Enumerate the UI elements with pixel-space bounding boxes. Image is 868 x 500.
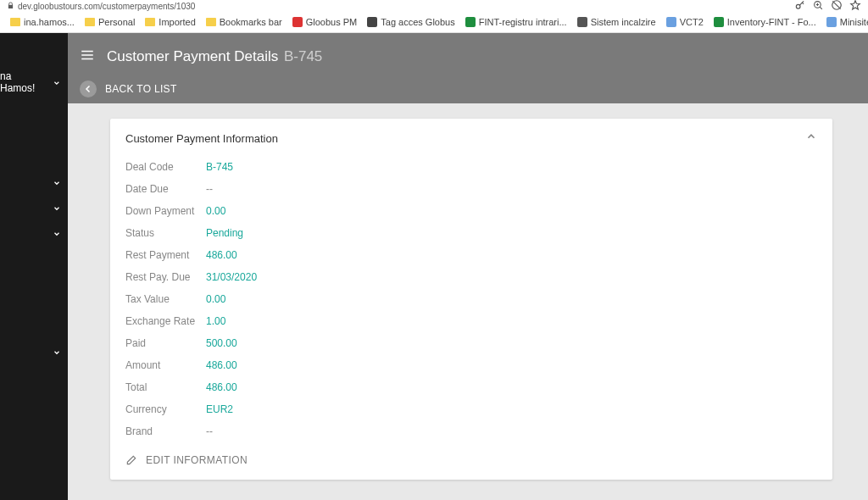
- info-row: Tax Value0.00: [125, 288, 817, 310]
- incognito-icon[interactable]: [831, 0, 843, 13]
- bookmark-item[interactable]: Imported: [142, 15, 198, 29]
- info-row-label: Rest Payment: [125, 249, 206, 261]
- sidebar: na Hamos!: [0, 33, 68, 500]
- info-row-value: --: [206, 183, 213, 195]
- browser-url[interactable]: dev.gloobustours.com/customerpayments/10…: [18, 2, 195, 11]
- info-row: Amount486.00: [125, 354, 817, 376]
- bookmark-item[interactable]: Tag acces Globus: [364, 15, 458, 29]
- bookmarks-bar: ina.hamos...PersonalImportedBookmarks ba…: [0, 12, 868, 33]
- sidebar-item-4[interactable]: [0, 336, 68, 362]
- info-row: Rest Payment486.00: [125, 244, 817, 266]
- back-arrow-icon: [80, 81, 97, 97]
- star-icon[interactable]: [849, 0, 861, 13]
- favicon-icon: [577, 17, 587, 27]
- hamburger-icon[interactable]: [80, 47, 95, 66]
- info-row-label: Total: [125, 381, 206, 393]
- folder-icon: [10, 18, 20, 26]
- key-icon[interactable]: [794, 0, 806, 13]
- sidebar-user-name: na Hamos!: [0, 70, 47, 94]
- info-row-value: 486.00: [206, 359, 237, 371]
- info-row-label: Down Payment: [125, 205, 206, 217]
- chevron-down-icon: [53, 345, 61, 353]
- bookmark-label: VCT2: [680, 17, 704, 27]
- bookmark-label: Bookmarks bar: [220, 17, 282, 27]
- info-row: StatusPending: [125, 222, 817, 244]
- bookmark-label: Minisite: [840, 17, 868, 27]
- favicon-icon: [666, 17, 676, 27]
- sidebar-item-1[interactable]: [0, 167, 68, 192]
- chevron-down-icon: [53, 175, 61, 184]
- info-row-value: 486.00: [206, 249, 237, 261]
- info-row: Exchange Rate1.00: [125, 310, 817, 332]
- bookmark-label: Personal: [98, 17, 135, 27]
- bookmark-label: Sistem incalzire: [591, 17, 656, 27]
- page-subheader: BACK TO LIST: [68, 80, 868, 103]
- collapse-icon[interactable]: [805, 131, 817, 146]
- bookmark-label: Gloobus PM: [306, 17, 358, 27]
- info-row-value: --: [206, 425, 213, 437]
- bookmark-label: Imported: [159, 17, 195, 27]
- folder-icon: [85, 18, 95, 26]
- bookmark-item[interactable]: Sistem incalzire: [574, 15, 659, 29]
- bookmark-item[interactable]: Personal: [81, 15, 138, 29]
- favicon-icon: [367, 17, 377, 27]
- sidebar-item-3[interactable]: [0, 218, 68, 243]
- chevron-down-icon: [53, 226, 61, 235]
- info-row-label: Rest Pay. Due: [125, 271, 206, 283]
- info-row-label: Currency: [125, 403, 206, 415]
- info-row-value: B-745: [206, 161, 233, 173]
- sidebar-user[interactable]: na Hamos!: [0, 65, 68, 99]
- bookmark-label: Inventory-FINT - Fo...: [727, 17, 816, 27]
- info-row-label: Deal Code: [125, 161, 206, 173]
- info-row: Brand--: [125, 420, 817, 442]
- info-row-value: 31/03/2020: [206, 271, 257, 283]
- payment-info-card: Customer Payment Information Deal CodeB-…: [110, 119, 832, 480]
- info-row: CurrencyEUR2: [125, 398, 817, 420]
- info-row: Paid500.00: [125, 332, 817, 354]
- favicon-icon: [292, 17, 303, 27]
- pencil-icon: [125, 454, 137, 466]
- bookmark-item[interactable]: Bookmarks bar: [203, 15, 286, 29]
- folder-icon: [206, 18, 216, 26]
- card-title: Customer Payment Information: [125, 132, 278, 145]
- favicon-icon: [826, 17, 837, 27]
- main-area: Customer Payment Details B-745 BACK TO L…: [68, 33, 868, 500]
- page-header: Customer Payment Details B-745: [68, 33, 868, 80]
- info-row-value: 1.00: [206, 315, 225, 327]
- edit-information-button[interactable]: EDIT INFORMATION: [125, 442, 817, 466]
- info-row-label: Status: [125, 227, 206, 239]
- bookmark-item[interactable]: FINT-registru intrari...: [462, 15, 570, 29]
- bookmark-item[interactable]: ina.hamos...: [7, 15, 78, 29]
- browser-address-strip: dev.gloobustours.com/customerpayments/10…: [0, 0, 868, 12]
- info-row-value: 0.00: [206, 205, 225, 217]
- bookmark-label: Tag acces Globus: [381, 17, 454, 27]
- sidebar-item-2[interactable]: [0, 192, 68, 218]
- back-to-list-label: BACK TO LIST: [105, 83, 177, 95]
- folder-icon: [145, 18, 155, 26]
- page-title-code: B-745: [284, 48, 322, 64]
- info-row-value: 486.00: [206, 381, 237, 393]
- info-row-label: Brand: [125, 425, 206, 437]
- info-row-label: Exchange Rate: [125, 315, 206, 327]
- lock-icon: [7, 2, 14, 11]
- info-row-value: EUR2: [206, 403, 233, 415]
- info-row-value: Pending: [206, 227, 243, 239]
- info-row: Date Due--: [125, 178, 817, 200]
- info-row-value: 0.00: [206, 293, 225, 305]
- back-to-list-button[interactable]: BACK TO LIST: [80, 81, 177, 97]
- bookmark-item[interactable]: Minisite: [823, 15, 868, 29]
- page-title: Customer Payment Details B-745: [107, 48, 322, 65]
- info-row: Rest Pay. Due31/03/2020: [125, 266, 817, 288]
- page-title-text: Customer Payment Details: [107, 48, 278, 64]
- zoom-icon[interactable]: [813, 0, 824, 13]
- info-row-value: 500.00: [206, 337, 237, 349]
- bookmark-item[interactable]: Gloobus PM: [289, 15, 361, 29]
- bookmark-item[interactable]: Inventory-FINT - Fo...: [710, 15, 820, 29]
- info-row-label: Amount: [125, 359, 206, 371]
- edit-information-label: EDIT INFORMATION: [146, 454, 248, 466]
- favicon-icon: [714, 17, 724, 27]
- info-row: Down Payment0.00: [125, 200, 817, 222]
- bookmark-item[interactable]: VCT2: [663, 15, 707, 29]
- browser-action-icons: [794, 0, 861, 13]
- chevron-down-icon: [53, 201, 61, 209]
